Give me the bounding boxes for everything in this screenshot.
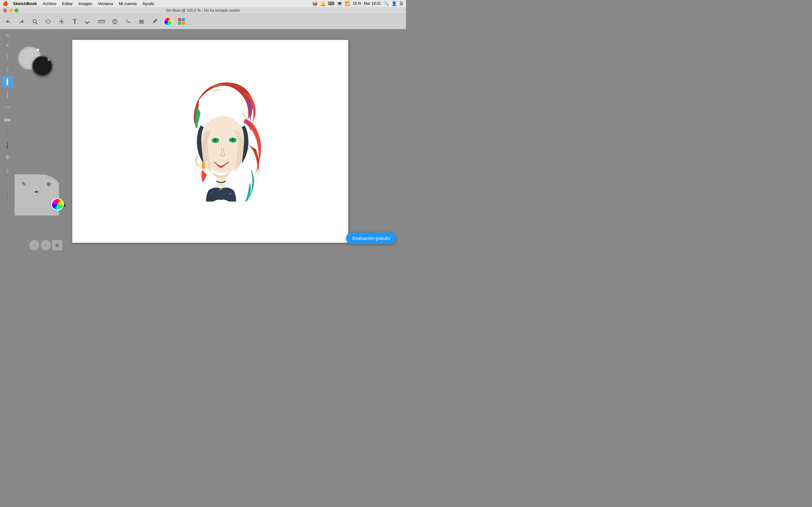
svg-point-29	[214, 139, 214, 139]
pen-tool[interactable]	[1, 89, 13, 101]
color-dot	[36, 49, 39, 52]
swatches-button[interactable]	[175, 15, 188, 28]
editar-menu[interactable]: Editar	[60, 1, 75, 6]
dropbox-icon: 📦	[312, 1, 317, 6]
apple-logo-icon: 🍎	[3, 1, 8, 6]
radial-color-wheel[interactable]	[51, 198, 64, 211]
window-title: Sin título @ 100,0 % - No ha iniciado se…	[166, 8, 240, 13]
brush-tool-active[interactable]	[1, 76, 13, 88]
color-dot-bg	[47, 58, 50, 61]
svg-rect-15	[139, 20, 144, 21]
bottom-navigation: ← → ⧉	[29, 240, 62, 250]
zoom-tool-button[interactable]	[29, 15, 41, 28]
radial-tool-pen2[interactable]: ✒	[32, 187, 41, 196]
undo-button[interactable]	[2, 15, 14, 28]
ink-tool[interactable]	[1, 139, 13, 152]
artwork	[167, 81, 275, 202]
color-picker-area	[14, 43, 65, 81]
radial-tool-stamp[interactable]: ⊕	[44, 180, 53, 188]
main-area: ◎ ⊕	[0, 29, 406, 253]
fill-tool-button[interactable]	[82, 15, 95, 28]
left-toolbar: ◎ ⊕	[0, 29, 14, 253]
close-button[interactable]	[3, 9, 7, 12]
list-icon: ☰	[399, 1, 403, 6]
lasso-tool-button[interactable]	[42, 15, 55, 28]
imagen-menu[interactable]: Imagen	[76, 1, 95, 6]
toolbar: T	[0, 14, 406, 29]
pencil2-tool[interactable]	[1, 63, 13, 75]
title-bar: Sin título @ 100,0 % - No ha iniciado se…	[0, 7, 406, 14]
text-tool-button[interactable]: T	[68, 15, 81, 28]
redo-button[interactable]	[15, 15, 28, 28]
window-controls	[3, 9, 18, 12]
swatches-grid-icon	[178, 18, 185, 25]
bluetooth-icon: ⌨	[328, 1, 334, 6]
battery-status: 18 %	[353, 1, 361, 6]
eraser-tool[interactable]	[1, 114, 13, 126]
svg-rect-19	[4, 118, 10, 122]
menu-bar: 🍎 SketchBook Archivo Editar Imagen Venta…	[0, 0, 406, 7]
archivo-menu[interactable]: Archivo	[40, 1, 59, 6]
search-icon[interactable]: 🔍	[384, 1, 389, 6]
svg-rect-18	[4, 107, 10, 108]
notification-icon: 🔔	[320, 1, 325, 6]
svg-point-2	[46, 20, 50, 23]
svg-point-30	[231, 138, 232, 139]
svg-rect-16	[139, 21, 144, 22]
fan-brush-tool[interactable]	[1, 152, 13, 164]
pages-button[interactable]: ⧉	[52, 240, 62, 250]
app-name-menu[interactable]: SketchBook	[10, 1, 39, 6]
menubar-right: 📦 🔔 ⌨ 💻 📶 18 % Mar 18:01 🔍 👤 ☰	[312, 1, 403, 6]
layers-tool-button[interactable]	[135, 15, 148, 28]
canvas-area[interactable]: Evaluación gratuito ← → ⧉	[14, 29, 406, 253]
background-color-picker[interactable]	[32, 56, 53, 76]
transform-tool-button[interactable]	[55, 15, 68, 28]
maximize-button[interactable]	[14, 9, 18, 12]
radial-tool-pencil[interactable]: ✎	[19, 180, 28, 188]
ayuda-menu[interactable]: Ayuda	[140, 1, 157, 6]
screen-icon: 💻	[337, 1, 342, 6]
ruler-tool-button[interactable]	[95, 15, 108, 28]
redo-nav-button[interactable]: →	[41, 240, 51, 250]
svg-rect-17	[139, 22, 144, 23]
stroke-tool-button[interactable]	[122, 15, 135, 28]
pencil3-tool[interactable]	[1, 177, 13, 189]
marker-tool[interactable]	[1, 101, 13, 113]
color-wheel-icon	[164, 17, 172, 26]
svg-point-0	[33, 20, 36, 23]
pencil4-tool[interactable]	[1, 190, 13, 202]
evaluation-button[interactable]: Evaluación gratuito	[346, 233, 397, 244]
wifi-icon: 📶	[345, 1, 350, 6]
mi-cuenta-menu[interactable]: Mi cuenta	[116, 1, 139, 6]
radial-tool-menu: ✎ ✒ ⊕ ➤	[14, 174, 72, 216]
symmetry-tool-button[interactable]	[108, 15, 121, 28]
user-icon: 👤	[392, 1, 397, 6]
svg-line-1	[36, 22, 38, 24]
opacity-control[interactable]: ◎	[1, 31, 13, 40]
pencil-tool[interactable]	[1, 51, 13, 63]
brushes-tool-button[interactable]	[148, 15, 161, 28]
minimize-button[interactable]	[9, 9, 13, 12]
drawing-canvas[interactable]	[72, 40, 348, 243]
brush-size-control[interactable]: ⊕	[1, 41, 13, 50]
watercolor-tool[interactable]	[1, 127, 13, 139]
datetime-display: Mar 18:01	[364, 1, 381, 6]
undo-nav-button[interactable]: ←	[29, 240, 39, 250]
ventana-menu[interactable]: Ventana	[96, 1, 116, 6]
smudge-tool[interactable]	[1, 165, 13, 177]
color-wheel-button[interactable]	[162, 15, 174, 28]
